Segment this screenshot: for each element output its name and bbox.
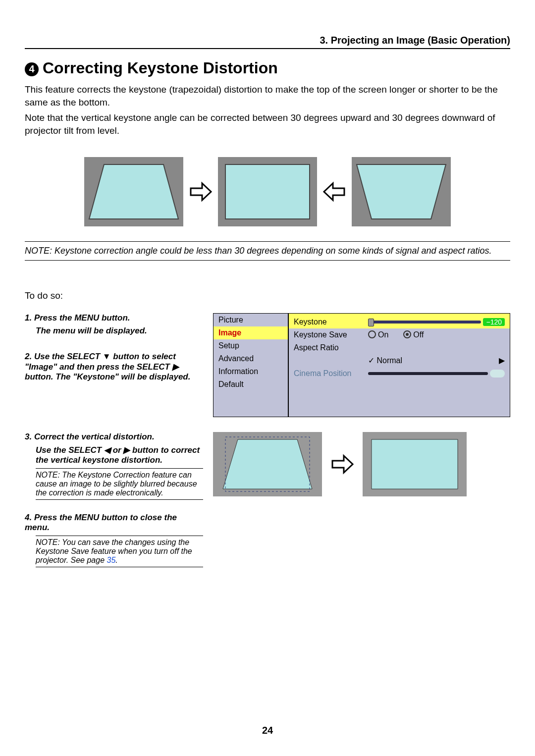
after-correction-box	[363, 432, 467, 496]
menu-item-picture: Picture	[214, 314, 288, 326]
row-keystone-save: Keystone Save On Off	[294, 328, 505, 341]
keystone-slider: −120	[368, 318, 505, 326]
row-keystone: Keystone −120	[289, 314, 510, 328]
paragraph-1: This feature corrects the keystone (trap…	[25, 83, 510, 108]
section-number-badge: 4	[25, 62, 39, 76]
rectangle-normal	[218, 157, 317, 226]
radio-off: Off	[403, 330, 424, 339]
section-title: 4Correcting Keystone Distortion	[25, 59, 510, 77]
arrow-right-icon	[188, 179, 213, 204]
menu-item-information: Information	[214, 365, 288, 378]
keystone-diagram-row	[25, 157, 510, 226]
keystone-value: −120	[483, 318, 505, 326]
angle-note: NOTE: Keystone correction angle could be…	[25, 241, 510, 261]
row-aspect-ratio: Aspect Ratio	[294, 341, 505, 354]
section-title-text: Correcting Keystone Distortion	[43, 59, 278, 77]
arrow-right-icon	[330, 452, 355, 477]
label-aspect-ratio: Aspect Ratio	[294, 343, 368, 352]
blur-note: NOTE: The Keystone Correction feature ca…	[36, 468, 203, 500]
steps-column: 1. Press the MENU button. The menu will …	[25, 313, 203, 417]
svg-marker-3	[223, 439, 312, 489]
osd-menu-figure: Picture Image Setup Advanced Information…	[213, 313, 510, 417]
todo-label: To do so:	[25, 290, 510, 301]
label-keystone: Keystone	[294, 318, 368, 326]
page-number: 24	[0, 725, 535, 736]
step-2: 2. Use the SELECT ▼ button to select "Im…	[25, 352, 203, 382]
cinema-slider	[368, 370, 505, 378]
before-correction-box	[213, 432, 322, 496]
step-4: 4. Press the MENU button to close the me…	[25, 513, 203, 533]
step-3-sub: Use the SELECT ◀ or ▶ button to correct …	[36, 445, 203, 465]
chapter-header: 3. Projecting an Image (Basic Operation)	[25, 35, 510, 49]
trapezoid-bottom-narrow	[352, 157, 451, 226]
step-1-sub: The menu will be displayed.	[36, 326, 203, 336]
paragraph-2: Note that the vertical keystone angle ca…	[25, 111, 510, 137]
menu-item-advanced: Advanced	[214, 352, 288, 365]
menu-item-default: Default	[214, 378, 288, 391]
osd-menu-right-panel: Keystone −120 Keystone Save On Off Aspec…	[288, 313, 510, 417]
radio-on: On	[368, 330, 388, 339]
step-3: 3. Correct the vertical distortion.	[25, 432, 203, 442]
svg-marker-0	[89, 164, 178, 219]
label-keystone-save: Keystone Save	[294, 330, 368, 339]
menu-item-setup: Setup	[214, 339, 288, 352]
trapezoid-top-narrow	[84, 157, 183, 226]
correction-illustration	[213, 432, 510, 496]
row-aspect-value: ✓ Normal ▶	[294, 354, 505, 367]
step-1: 1. Press the MENU button.	[25, 313, 203, 323]
row-cinema-position: Cinema Position	[294, 367, 505, 380]
osd-menu-left-panel: Picture Image Setup Advanced Information…	[213, 313, 288, 417]
steps-column-2: 3. Correct the vertical distortion. Use …	[25, 432, 203, 570]
page-link[interactable]: 35	[107, 556, 116, 564]
submenu-arrow-icon: ▶	[499, 356, 505, 365]
svg-marker-5	[372, 439, 458, 489]
svg-marker-2	[357, 164, 446, 219]
label-cinema-position: Cinema Position	[294, 369, 368, 378]
check-normal: ✓ Normal	[368, 356, 402, 365]
manual-page: 3. Projecting an Image (Basic Operation)…	[0, 0, 535, 756]
arrow-left-icon	[322, 179, 347, 204]
save-note: NOTE: You can save the changes using the…	[36, 536, 203, 567]
svg-marker-1	[225, 164, 310, 219]
menu-item-image: Image	[214, 326, 288, 339]
